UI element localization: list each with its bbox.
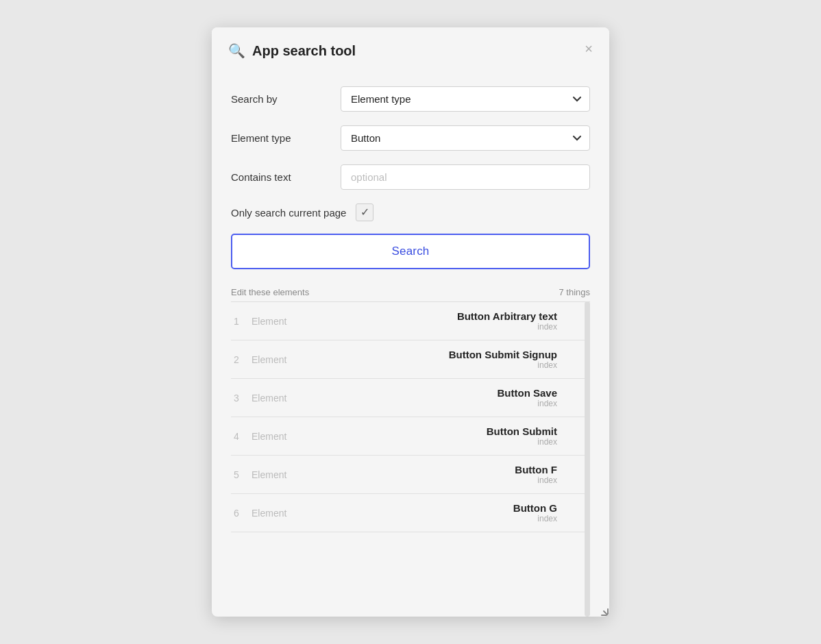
- dialog-title-text: App search tool: [252, 43, 356, 59]
- result-type: Element: [252, 431, 286, 442]
- element-type-label: Element type: [231, 132, 341, 144]
- result-left: 1 Element: [231, 316, 313, 327]
- result-left: 6 Element: [231, 508, 313, 519]
- result-right: Button Submit Signup index: [449, 349, 590, 370]
- result-item[interactable]: 3 Element Button Save index: [231, 379, 590, 417]
- result-sub: index: [537, 360, 557, 370]
- result-name: Button F: [515, 464, 557, 475]
- result-type: Element: [252, 469, 286, 480]
- result-left: 2 Element: [231, 354, 313, 365]
- only-current-page-row: Only search current page ✓: [231, 203, 590, 221]
- results-list: 1 Element Button Arbitrary text index 2 …: [231, 301, 590, 532]
- results-count: 7 things: [559, 287, 590, 297]
- result-item[interactable]: 2 Element Button Submit Signup index: [231, 340, 590, 379]
- dialog-body: Search by Element type Text content ID C…: [212, 70, 609, 617]
- only-current-page-checkbox[interactable]: ✓: [356, 203, 373, 221]
- result-type: Element: [252, 393, 286, 404]
- app-search-tool-dialog: 🔍 App search tool × Search by Element ty…: [212, 27, 609, 617]
- result-type: Element: [252, 508, 286, 519]
- result-sub: index: [537, 322, 557, 332]
- result-item[interactable]: 4 Element Button Submit index: [231, 417, 590, 456]
- search-icon: 🔍: [228, 42, 245, 59]
- result-index: 4: [234, 431, 246, 442]
- search-button[interactable]: Search: [231, 234, 590, 269]
- result-name: Button Submit: [487, 425, 557, 437]
- only-current-page-label: Only search current page: [231, 207, 346, 219]
- dialog-title: 🔍 App search tool: [228, 42, 356, 59]
- result-item[interactable]: 1 Element Button Arbitrary text index: [231, 302, 590, 340]
- resize-handle[interactable]: [597, 604, 609, 617]
- search-by-control: Element type Text content ID CSS selecto…: [341, 86, 590, 112]
- result-index: 5: [234, 469, 246, 480]
- checkmark-icon: ✓: [360, 207, 369, 218]
- search-by-label: Search by: [231, 93, 341, 105]
- results-label: Edit these elements: [231, 287, 309, 297]
- result-right: Button F index: [515, 464, 590, 485]
- result-left: 5 Element: [231, 469, 313, 480]
- result-name: Button Save: [497, 387, 557, 399]
- element-type-control: Button Input Link Image Text: [341, 125, 590, 151]
- result-left: 4 Element: [231, 431, 313, 442]
- result-right: Button G index: [513, 502, 590, 523]
- scrollbar[interactable]: [585, 301, 590, 617]
- result-right: Button Save index: [497, 387, 590, 408]
- element-type-select[interactable]: Button Input Link Image Text: [341, 125, 590, 151]
- result-index: 3: [234, 393, 246, 404]
- result-sub: index: [537, 399, 557, 408]
- result-left: 3 Element: [231, 393, 313, 404]
- result-name: Button Submit Signup: [449, 349, 557, 360]
- result-index: 2: [234, 354, 246, 365]
- contains-text-input[interactable]: [341, 164, 590, 190]
- search-by-row: Search by Element type Text content ID C…: [231, 86, 590, 112]
- search-by-select[interactable]: Element type Text content ID CSS selecto…: [341, 86, 590, 112]
- close-button[interactable]: ×: [582, 39, 596, 58]
- result-name: Button Arbitrary text: [457, 310, 557, 322]
- result-sub: index: [537, 514, 557, 523]
- result-item[interactable]: 5 Element Button F index: [231, 456, 590, 494]
- dialog-header: 🔍 App search tool ×: [212, 27, 609, 70]
- results-scroll-container: 1 Element Button Arbitrary text index 2 …: [231, 301, 590, 617]
- results-header: Edit these elements 7 things: [231, 282, 590, 301]
- result-type: Element: [252, 354, 286, 365]
- result-item[interactable]: 6 Element Button G index: [231, 494, 590, 532]
- contains-text-row: Contains text: [231, 164, 590, 190]
- result-right: Button Submit index: [487, 425, 590, 447]
- element-type-row: Element type Button Input Link Image Tex…: [231, 125, 590, 151]
- contains-text-control: [341, 164, 590, 190]
- result-type: Element: [252, 316, 286, 327]
- result-name: Button G: [513, 502, 557, 514]
- result-index: 6: [234, 508, 246, 519]
- result-index: 1: [234, 316, 246, 327]
- contains-text-label: Contains text: [231, 171, 341, 183]
- result-sub: index: [537, 475, 557, 485]
- result-right: Button Arbitrary text index: [457, 310, 590, 332]
- result-sub: index: [537, 437, 557, 447]
